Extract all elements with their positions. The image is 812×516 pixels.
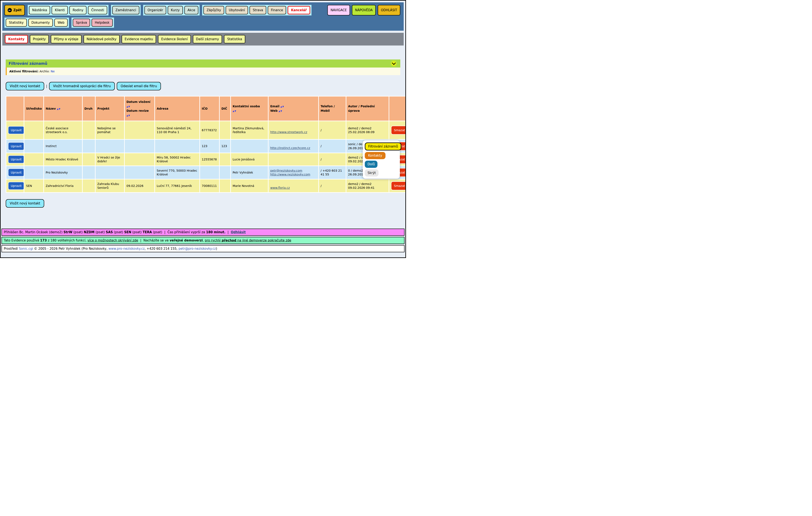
cell-adresa: Luční 77, 77661 Jeseník (155, 180, 199, 192)
tab-dalsi-zaznamy[interactable]: Další záznamy (193, 35, 222, 44)
email-link[interactable] (270, 142, 317, 146)
cell-telefon: / +420 603 21 41 55 (319, 166, 346, 179)
popup-hide-button[interactable]: Skrýt (365, 169, 378, 176)
nav-item-kurzy[interactable]: Kurzy (168, 6, 183, 15)
web-link[interactable]: http://instinct.czechcore.cz (270, 146, 317, 150)
sort-desc-icon[interactable]: ▼ (128, 105, 130, 108)
demo-switch-link-bold: přechod (222, 239, 236, 242)
nav-item-rodiny[interactable]: Rodiny (69, 6, 86, 15)
sort-desc-icon[interactable]: ▼ (282, 105, 284, 108)
add-contact-bottom-button[interactable]: Vložit nový kontakt (6, 199, 44, 208)
navbar-row-1: ← Zpět Nástěnka Klienti Rodiny Činnosti … (4, 5, 402, 16)
copyright-text: ) (216, 247, 217, 251)
nav-item-strava[interactable]: Strava (250, 6, 266, 15)
header-edit (6, 97, 24, 120)
tab-kontakty-active[interactable]: Kontakty (5, 35, 28, 44)
tab-evidence-skoleni[interactable]: Evidence školení (158, 35, 191, 44)
popup-filter-button[interactable]: Filtrování záznamů (365, 142, 401, 151)
edit-button[interactable]: Upravit (8, 142, 24, 150)
cell-nazev: Město Hradec Králové (44, 153, 82, 165)
cell-ico: 12555678 (200, 153, 219, 165)
cell-datum (125, 166, 154, 179)
contacts-table: Středisko Název ▲▼ Druh Projekt Datum vl… (6, 96, 406, 193)
edit-button[interactable]: Upravit (8, 168, 24, 176)
logout-link[interactable]: Odhlásit (231, 230, 246, 234)
odhlasit-button[interactable]: ODHLÁSIT (378, 5, 400, 16)
sort-asc-icon[interactable]: ▲ (126, 114, 128, 117)
header-druh: Druh (83, 97, 95, 120)
delete-button[interactable]: Smazat (391, 181, 406, 190)
popup-down-button[interactable]: Dolů (365, 161, 377, 168)
top-navbar: ← Zpět Nástěnka Klienti Rodiny Činnosti … (2, 2, 404, 31)
sort-desc-icon[interactable]: ▼ (59, 108, 61, 110)
filter-collapse-button[interactable] (390, 60, 397, 67)
web-link[interactable]: http://www.neziskovky.com (270, 172, 317, 176)
service-suffix: (psat) (94, 230, 106, 234)
email-link[interactable] (270, 182, 317, 186)
tab-evidence-majetku[interactable]: Evidence majetku (122, 35, 156, 44)
email-link[interactable]: petr@neziskovky.com (270, 169, 317, 172)
sort-desc-icon[interactable]: ▼ (128, 114, 130, 117)
edit-button[interactable]: Upravit (8, 155, 24, 163)
edit-button[interactable]: Upravit (8, 126, 24, 134)
tab-statistika[interactable]: Statistika (224, 35, 245, 44)
nav-item-organizer[interactable]: Organizér (144, 6, 166, 15)
nav-item-akce[interactable]: Akce (184, 6, 198, 15)
edit-button[interactable]: Upravit (8, 182, 24, 190)
nav-item-zamestnanci[interactable]: Zaměstnanci (112, 6, 139, 15)
sort-asc-icon[interactable]: ▲ (57, 108, 59, 110)
nav-item-helpdesk[interactable]: Helpdesk (92, 19, 113, 27)
back-button[interactable]: ← Zpět (4, 5, 25, 16)
cell-kontakt: Petr Vyhnálek (231, 166, 268, 179)
sort-asc-icon[interactable]: ▲ (126, 105, 128, 108)
nav-item-nastenka[interactable]: Nástěnka (29, 6, 50, 15)
navigace-button[interactable]: NAVIGACE (327, 5, 350, 16)
demo-text: , (203, 239, 205, 242)
nav-item-zapujcky[interactable]: Zápůjčky (203, 6, 224, 15)
delete-button[interactable]: Smazat (391, 126, 406, 135)
pro-neziskovky-email-link[interactable]: petr@pro-neziskovky.cz (178, 247, 216, 251)
nav-item-ubytovani[interactable]: Ubytování (226, 6, 248, 15)
tab-prijmy-a-vydaje[interactable]: Příjmy a výdaje (51, 35, 81, 44)
send-email-filter-button[interactable]: Odeslat email dle filtru (117, 82, 161, 90)
cell-telefon: / (319, 140, 346, 153)
pro-neziskovky-web-link[interactable]: www.pro-neziskovky.cz (109, 247, 145, 251)
web-link[interactable]: http://www.streetwork.cz (270, 130, 317, 134)
nav-group-organizer: Organizér Kurzy Akce (143, 5, 200, 16)
cell-nazev: Zahradnictví Floria (44, 180, 82, 192)
back-button-label: Zpět (13, 8, 22, 12)
service-tera: TERA (143, 230, 152, 234)
add-contact-button[interactable]: Vložit nový kontakt (6, 82, 44, 90)
sort-asc-icon[interactable]: ▲ (279, 110, 281, 112)
napoveda-button[interactable]: NÁPOVĚDA (352, 5, 376, 16)
archive-filter-value-link[interactable]: Ne (51, 70, 55, 73)
nav-item-statistiky[interactable]: Statistiky (6, 19, 27, 27)
table-actions: Vložit nový kontakt | Vložit hromadně sp… (6, 82, 400, 90)
nav-item-klienti[interactable]: Klienti (52, 6, 68, 15)
nav-item-sprava[interactable]: Správa (73, 19, 90, 27)
nav-item-web[interactable]: Web (54, 19, 68, 27)
quick-nav-popup: Filtrování záznamů Kontakty Dolů Skrýt (362, 140, 400, 179)
sort-desc-icon[interactable]: ▼ (281, 110, 282, 112)
web-link[interactable]: www.floria.cz (270, 186, 317, 190)
email-link[interactable] (270, 126, 317, 130)
sort-asc-icon[interactable]: ▲ (281, 105, 282, 108)
popup-kontakty-button[interactable]: Kontakty (365, 152, 385, 159)
nav-item-cinnosti[interactable]: Činnosti (88, 6, 107, 15)
nav-item-kancelar-active[interactable]: Kancelář (288, 6, 310, 15)
bulk-cooperation-button[interactable]: Vložit hromadně spolupráci dle filtru (49, 82, 115, 90)
sonic-cgi-link[interactable]: Sonic.cgi (19, 247, 33, 251)
demo-switch-link[interactable]: pro rychlý přechod na jiné demoverze pok… (205, 239, 291, 242)
tab-projekty[interactable]: Projekty (30, 35, 49, 44)
hide-options-link[interactable]: více o možnostech skrývání zde (87, 239, 138, 242)
copyright-text: , +420 603 214 155, (145, 247, 178, 251)
sort-asc-icon[interactable]: ▲ (233, 110, 234, 112)
table-row: Upravit Instinct 123 123 http://instinct… (6, 140, 406, 153)
nav-item-dokumenty[interactable]: Dokumenty (28, 19, 53, 27)
cell-email-web: http://instinct.czechcore.cz (268, 140, 318, 153)
nav-item-finance[interactable]: Finance (268, 6, 286, 15)
tab-nakladove-polozky[interactable]: Nákladové položky (84, 35, 120, 44)
sort-desc-icon[interactable]: ▼ (234, 110, 236, 112)
demo-switch-link-text: pro rychlý (205, 239, 222, 242)
copyright-text: Prostředí (4, 247, 19, 251)
